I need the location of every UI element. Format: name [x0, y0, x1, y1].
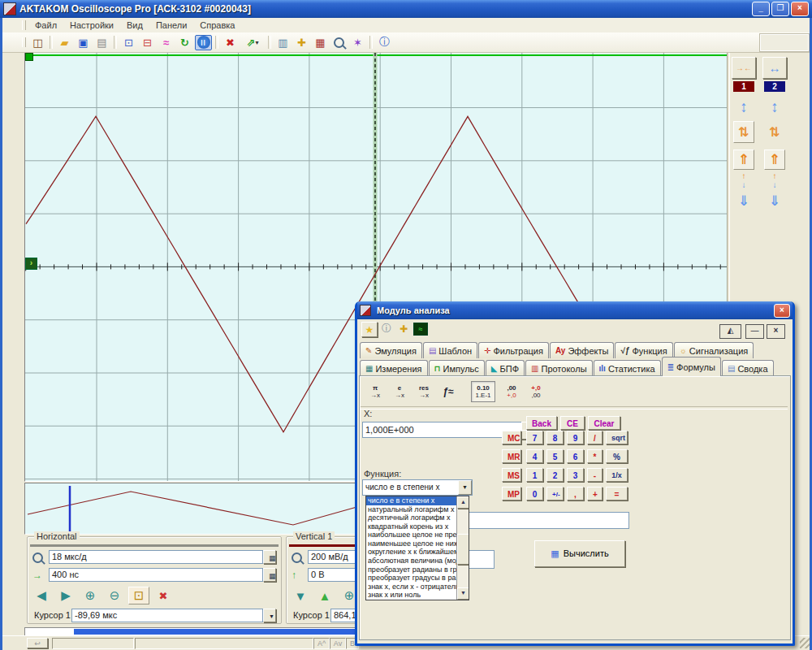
pause-button[interactable]: || [195, 35, 212, 50]
ch2-shift-down-button[interactable]: ⇓ [764, 191, 785, 211]
exit-button[interactable]: ◫ [29, 35, 46, 50]
list-item[interactable]: преобразует радианы в гр [366, 566, 457, 574]
calc-equals-button[interactable]: = [606, 487, 628, 500]
ch2-expand-vertical-button[interactable]: ↕ [764, 96, 785, 118]
device-1-button[interactable]: ⊡ [120, 35, 137, 50]
calc-comma-button[interactable]: , [567, 487, 584, 500]
ch1-compress-vertical-button[interactable]: ⇅ [733, 121, 754, 143]
decimals-less-button[interactable]: ,00+,0 [500, 381, 523, 402]
refresh-button[interactable]: ↻ [176, 35, 193, 50]
h-clear-zoom-button[interactable]: ✖ [153, 587, 174, 604]
shift-down-button[interactable]: ▼ [290, 587, 311, 604]
dialog-close-2-button[interactable]: × [767, 324, 785, 339]
h-position-keyboard-button[interactable]: ▦ [263, 568, 276, 582]
calc-minus-button[interactable]: - [587, 468, 603, 482]
ch1-shift-up-button[interactable]: ⇑ [733, 150, 754, 170]
ch1-fine-down-button[interactable]: ↓ [733, 180, 754, 189]
titlebar[interactable]: AKTAKOM Oscilloscope Pro [АСК-3102 #0020… [0, 0, 812, 18]
tab-statistics[interactable]: ılıСтатистика [594, 360, 661, 376]
sci-format-button[interactable]: 0.101.E-1 [471, 381, 495, 402]
tab-emulation[interactable]: ✎Эмуляция [360, 342, 422, 358]
print-button[interactable]: ▤ [93, 35, 110, 50]
compress-horizontal-button[interactable]: →← [732, 57, 756, 79]
list-item[interactable]: натуральный логарифм x [366, 505, 457, 514]
menu-view[interactable]: Вид [120, 19, 149, 32]
dialog-cross-button[interactable]: ✚ [396, 322, 411, 336]
h-zoom-in-button[interactable]: ⊕ [80, 587, 101, 604]
open-button[interactable]: ▰ [56, 35, 73, 50]
list-item[interactable]: абсолютная величина (мод [366, 557, 457, 566]
calc-clear-button[interactable]: Clear [588, 416, 620, 430]
calc-9-button[interactable]: 9 [567, 431, 584, 444]
h-position-field[interactable]: 400 нс [49, 568, 263, 582]
res-to-x-button[interactable]: res→x [412, 381, 435, 402]
tab-protocols[interactable]: ▥Протоколы [525, 360, 593, 376]
tab-function[interactable]: √ƒФункция [615, 342, 672, 358]
preview-button[interactable]: ◭ [719, 324, 741, 339]
tab-alarm[interactable]: ☼Сигнализация [674, 342, 754, 358]
calc-divide-button[interactable]: / [587, 431, 603, 444]
list-item[interactable]: десятичный логарифм x [366, 514, 457, 522]
clear-button[interactable]: ✖ [222, 35, 239, 50]
combo-drop-button[interactable]: ▼ [458, 480, 472, 495]
tab-fft[interactable]: ◣БПФ [486, 360, 525, 376]
list-item[interactable]: преобразует градусы в ра [366, 574, 457, 583]
dialog-titlebar[interactable]: Модуль анализа × [357, 301, 793, 319]
calc-ms-button[interactable]: MS [502, 468, 521, 482]
export-button[interactable]: ⇗▾ [240, 35, 265, 50]
tab-pulse[interactable]: ⊓Импульс [429, 360, 485, 376]
list-item[interactable]: наименьшее целое не ниж [366, 540, 457, 548]
menu-help[interactable]: Справка [193, 19, 241, 32]
ch2-shift-up-button[interactable]: ⇑ [764, 150, 785, 170]
wand-button[interactable]: ✶ [349, 35, 366, 50]
close-button[interactable]: × [791, 2, 809, 16]
tab-filtering[interactable]: ✛Фильтрация [478, 342, 549, 358]
about-button[interactable]: ⓘ [376, 35, 393, 50]
result-field[interactable] [465, 512, 629, 529]
calc-sqrt-button[interactable]: sqrt [606, 431, 628, 444]
favorites-button[interactable]: ★ [361, 322, 378, 337]
ch2-fine-down-button[interactable]: ↓ [764, 180, 785, 189]
calc-multiply-button[interactable]: * [587, 449, 603, 463]
calc-ce-button[interactable]: CE [560, 416, 585, 430]
channel-2-header[interactable]: 2 [764, 81, 785, 92]
list-item[interactable]: округление x к ближайшем [366, 548, 457, 557]
calc-sign-button[interactable]: +/- [546, 487, 564, 500]
calc-1-button[interactable]: 1 [526, 468, 543, 482]
search-button[interactable] [330, 35, 348, 50]
calc-percent-button[interactable]: % [606, 449, 628, 463]
scope-screen-button[interactable]: ≈ [413, 323, 428, 336]
maximize-button[interactable]: ❐ [771, 2, 789, 16]
calc-0-button[interactable]: 0 [526, 487, 543, 500]
menu-settings[interactable]: Настройки [63, 19, 120, 32]
menu-file[interactable]: Файл [28, 19, 63, 32]
shift-up-button[interactable]: ▲ [314, 587, 335, 604]
status-a-down[interactable]: Av [330, 638, 346, 649]
calc-back-button[interactable]: Back [526, 416, 557, 430]
calc-plus-button[interactable]: + [587, 487, 603, 500]
tab-summary[interactable]: ▤Сводка [722, 360, 774, 376]
trigger-marker[interactable] [25, 53, 33, 61]
ch1-shift-down-button[interactable]: ⇓ [733, 191, 754, 211]
expand-horizontal-button[interactable]: ↔ [762, 57, 787, 79]
timebase-keyboard-button[interactable]: ▦ [263, 550, 276, 564]
calc-7-button[interactable]: 7 [526, 431, 543, 444]
calc-5-button[interactable]: 5 [546, 449, 564, 463]
calc-8-button[interactable]: 8 [546, 431, 564, 444]
list-item[interactable]: наибольшее целое не прев [366, 531, 457, 540]
dialog-minimize-button[interactable]: — [745, 324, 764, 339]
tab-effects[interactable]: AyЭффекты [550, 342, 614, 358]
compute-button[interactable]: ▦Вычислить [534, 540, 625, 567]
decimals-more-button[interactable]: +,0,00 [525, 381, 547, 402]
ch2-fine-up-button[interactable]: ↑ [764, 171, 785, 180]
x-input[interactable]: 1,000E+000 [362, 422, 523, 438]
calc-3-button[interactable]: 3 [567, 468, 584, 482]
calc-mp-button[interactable]: MP [502, 487, 521, 500]
device-2-button[interactable]: ⊟ [139, 35, 156, 50]
channel1-zero-marker[interactable]: › [25, 258, 37, 270]
status-a-up[interactable]: A^ [313, 638, 330, 649]
scroll-right-button[interactable]: ▶ [55, 587, 76, 604]
scroll-left-button[interactable]: ◀ [31, 587, 52, 604]
menubar-grip[interactable] [22, 20, 26, 30]
list-item[interactable]: знак x или ноль [366, 591, 457, 600]
